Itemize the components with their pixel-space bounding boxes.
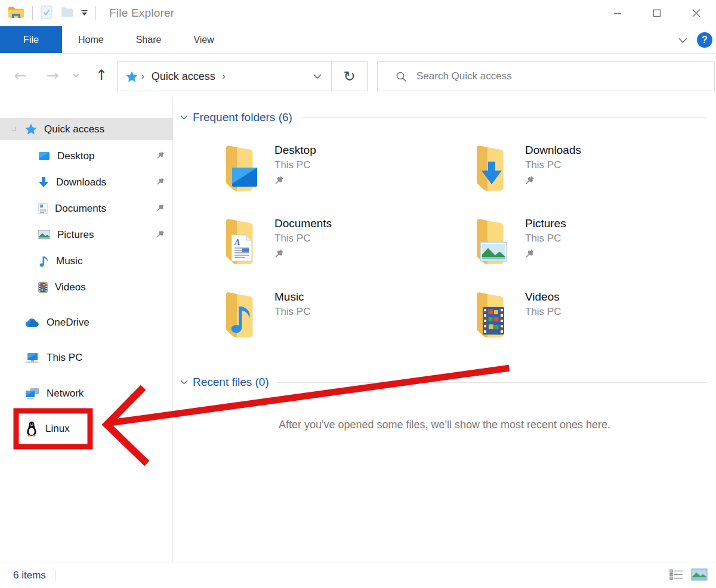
app-folder-icon[interactable]	[7, 5, 25, 22]
thumbnail-view-button[interactable]	[691, 568, 708, 583]
expand-ribbon-chevron-icon[interactable]	[678, 35, 687, 45]
folder-icon	[470, 216, 510, 267]
folder-tile-location: This PC	[274, 233, 332, 245]
collapse-section-chevron-icon[interactable]	[180, 115, 188, 120]
sidebar-item-downloads[interactable]: Downloads	[0, 171, 173, 193]
tux-penguin-icon	[25, 421, 38, 437]
onedrive-cloud-icon	[25, 318, 39, 327]
folder-icon	[220, 290, 259, 340]
recent-locations-chevron-icon[interactable]	[69, 54, 82, 97]
sidebar-item-this-pc[interactable]: This PC	[0, 346, 173, 369]
details-view-button[interactable]	[669, 569, 684, 583]
status-bar: 6 items	[0, 562, 716, 588]
folder-tile-location: This PC	[525, 306, 561, 318]
folder-tile-name: Documents	[274, 217, 332, 230]
section-header-frequent-folders: Frequent folders (6)	[180, 111, 706, 124]
search-input[interactable]	[415, 70, 680, 83]
sidebar-item-network[interactable]: Network	[0, 382, 173, 404]
folder-tile-documents[interactable]: A Documents This PC	[220, 216, 422, 290]
section-rule	[301, 117, 706, 118]
quick-access-star-icon	[25, 123, 37, 135]
sidebar-item-label: Quick access	[44, 123, 104, 135]
sidebar-item-label: Network	[47, 388, 84, 400]
address-dropdown-chevron-icon[interactable]	[313, 74, 322, 79]
computer-icon	[25, 352, 39, 364]
refresh-icon: ↻	[343, 68, 355, 85]
folder-tile-desktop[interactable]: Desktop This PC	[220, 143, 422, 216]
folder-icon	[220, 143, 259, 193]
document-page-icon: A	[230, 234, 253, 264]
sidebar-item-pictures[interactable]: Pictures	[0, 224, 173, 246]
folder-tile-music[interactable]: Music This PC	[220, 290, 422, 363]
pin-icon	[156, 229, 165, 241]
minimize-button[interactable]	[598, 0, 637, 26]
tab-file[interactable]: File	[0, 26, 62, 53]
sidebar-item-label: Music	[56, 255, 82, 267]
folder-tile-downloads[interactable]: Downloads This PC	[470, 143, 673, 216]
pin-icon	[274, 249, 332, 261]
quick-access-toolbar: File Explorer	[0, 5, 174, 22]
music-note-icon	[38, 255, 49, 267]
folder-tile-pictures[interactable]: Pictures This PC	[470, 216, 673, 290]
new-folder-icon[interactable]	[60, 5, 73, 21]
help-icon[interactable]: ?	[697, 32, 712, 48]
back-button[interactable]: ←	[10, 54, 31, 97]
titlebar: File Explorer	[0, 0, 716, 26]
sidebar-item-label: Pictures	[57, 229, 94, 241]
desktop-screen-icon	[232, 167, 258, 190]
status-separator	[55, 570, 56, 581]
search-icon	[396, 71, 407, 82]
film-strip-icon	[38, 282, 48, 293]
sidebar-item-linux[interactable]: Linux	[0, 417, 173, 440]
content-pane: Frequent folders (6)	[173, 97, 716, 562]
item-count: 6 items	[13, 570, 46, 581]
toolbar-dropdown-icon[interactable]	[81, 8, 88, 18]
svg-text:A: A	[234, 238, 240, 247]
pin-icon	[156, 177, 165, 188]
download-arrow-icon	[480, 161, 504, 187]
pin-icon	[156, 150, 165, 162]
recent-files-empty-message: After you've opened some files, we'll sh…	[173, 419, 716, 431]
pin-icon	[525, 175, 581, 187]
section-header-recent-files: Recent files (0)	[180, 376, 706, 389]
expanded-tree-chevron-icon[interactable]	[12, 126, 18, 132]
sidebar-item-quick-access[interactable]: Quick access	[0, 118, 173, 140]
sidebar-item-onedrive[interactable]: OneDrive	[0, 311, 173, 333]
collapse-section-chevron-icon[interactable]	[180, 380, 188, 385]
up-button[interactable]: ↑	[91, 54, 112, 97]
tab-share[interactable]: Share	[120, 26, 178, 53]
folder-tile-location: This PC	[525, 159, 581, 171]
maximize-button[interactable]	[637, 0, 677, 26]
folder-tile-videos[interactable]: Videos This PC	[470, 290, 673, 363]
folder-tile-location: This PC	[274, 306, 310, 318]
tab-view[interactable]: View	[177, 26, 230, 53]
close-button[interactable]	[677, 0, 716, 26]
folder-icon: A	[220, 216, 259, 267]
properties-check-icon[interactable]	[40, 5, 53, 22]
window-title: File Explorer	[109, 7, 174, 20]
forward-button[interactable]: →	[42, 54, 63, 97]
quick-access-star-icon[interactable]	[126, 71, 138, 82]
file-explorer-window: File Explorer File Home Share View ? ← →	[0, 0, 716, 588]
navigation-bar: ← → ↑ › Quick access › ↻	[0, 54, 716, 97]
sidebar-item-desktop[interactable]: Desktop	[0, 145, 173, 167]
sidebar-item-documents[interactable]: Documents	[0, 197, 173, 219]
folder-tile-name: Pictures	[525, 217, 566, 230]
breadcrumb-quick-access[interactable]: Quick access	[152, 70, 215, 83]
section-rule	[277, 382, 706, 383]
pin-icon	[274, 175, 316, 187]
desktop-screen-icon	[38, 151, 50, 161]
sidebar-item-music[interactable]: Music	[0, 250, 173, 272]
sidebar-item-label: Documents	[55, 203, 106, 215]
search-box[interactable]	[377, 61, 715, 91]
download-arrow-icon	[38, 177, 49, 188]
document-page-icon	[38, 203, 48, 214]
folder-tile-name: Desktop	[274, 144, 316, 157]
sidebar-item-videos[interactable]: Videos	[0, 276, 173, 298]
refresh-button[interactable]: ↻	[331, 61, 368, 91]
tab-home[interactable]: Home	[62, 26, 120, 53]
sidebar-item-label: Linux	[45, 423, 70, 435]
titlebar-separator	[95, 6, 96, 20]
sidebar-item-label: Videos	[55, 281, 86, 293]
address-bar[interactable]: › Quick access ›	[117, 61, 332, 91]
